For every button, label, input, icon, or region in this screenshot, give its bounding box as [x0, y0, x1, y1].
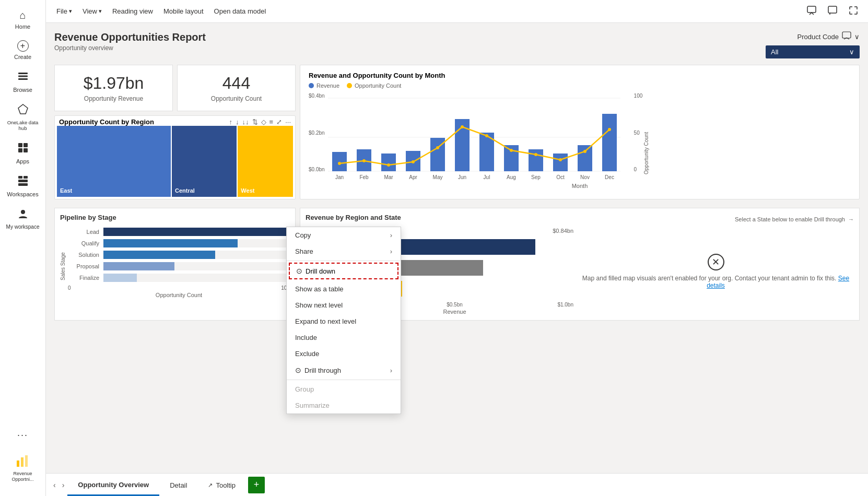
sidebar-item-workspaces[interactable]: Workspaces	[0, 170, 45, 203]
tab-add-btn[interactable]: +	[248, 477, 265, 493]
drill-down-icon[interactable]: ↓	[236, 118, 239, 126]
filter-comment-icon[interactable]	[842, 31, 851, 42]
eraser-icon[interactable]: ◇	[261, 118, 266, 126]
filter2-icon[interactable]: ≡	[269, 118, 274, 126]
chat-icon-btn[interactable]	[803, 3, 820, 20]
summarize-label: Summarize	[295, 401, 330, 409]
drill-hint-text: Select a State below to enable Drill thr…	[735, 216, 845, 222]
tab-next-btn[interactable]: ›	[59, 474, 68, 496]
menu-item-drill-through[interactable]: ⊙ Drill through ›	[287, 362, 401, 379]
svg-rect-2	[18, 78, 28, 80]
drill-through-content: ⊙ Drill through	[295, 366, 341, 374]
menu-item-summarize: Summarize	[287, 397, 401, 414]
home-icon: ⌂	[19, 9, 26, 21]
svg-rect-0	[18, 73, 28, 74]
onelake-icon	[17, 103, 29, 117]
filter-dropdown[interactable]: All ∨	[766, 45, 860, 58]
menu-item-include[interactable]: Include	[287, 329, 401, 346]
lead-bar[interactable]	[103, 228, 290, 236]
qualify-bar[interactable]	[103, 239, 238, 247]
pipeline-y-label: Sales Stage	[60, 225, 66, 298]
tab-prev-btn[interactable]: ‹	[50, 474, 59, 496]
menu-item-expand-next[interactable]: Expand to next level	[287, 313, 401, 329]
tab-tooltip[interactable]: ↗ Tooltip	[197, 474, 246, 496]
expand-levels-icon[interactable]: ⇅	[252, 118, 258, 126]
menu-item-show-next[interactable]: Show next level	[287, 297, 401, 313]
file-chevron: ▾	[69, 8, 72, 15]
workspaces-icon	[17, 175, 29, 189]
svg-text:Oct: Oct	[556, 174, 565, 180]
drill-up-icon[interactable]: ↑	[229, 118, 233, 126]
treemap-expand-icon[interactable]: ⤢	[276, 118, 282, 126]
legend-revenue-label: Revenue	[316, 82, 339, 89]
drill-through-icon: ⊙	[295, 366, 301, 374]
tab-detail[interactable]: Detail	[159, 474, 197, 496]
sidebar-item-create[interactable]: + Create	[0, 35, 45, 65]
expand-icon-btn[interactable]	[845, 3, 862, 20]
menu-item-share[interactable]: Share ›	[287, 243, 401, 259]
region-drill-hint: Select a State below to enable Drill thr…	[735, 216, 854, 222]
treemap-east[interactable]: East	[57, 126, 171, 197]
sidebar-item-apps[interactable]: Apps	[0, 137, 45, 170]
open-data-model-btn[interactable]: Open data model	[210, 5, 271, 17]
reading-view-btn[interactable]: Reading view	[108, 5, 157, 17]
file-menu[interactable]: File ▾	[52, 5, 76, 17]
drill-down2-icon[interactable]: ↓↓	[242, 118, 249, 126]
tooltip-icon: ↗	[208, 482, 213, 489]
sidebar-item-browse[interactable]: Browse	[0, 65, 45, 98]
comment-icon-btn[interactable]	[824, 3, 841, 20]
solution-bar-wrap	[103, 251, 290, 259]
svg-point-34	[338, 162, 341, 165]
legend-count-label: Opportunity Count	[355, 82, 401, 89]
filter-panel: Product Code ∨ All ∨	[766, 31, 860, 58]
menu-separator-2	[287, 380, 401, 380]
treemap-more-icon[interactable]: ···	[285, 118, 291, 126]
svg-rect-16	[807, 6, 816, 13]
drill-arrow-icon[interactable]: →	[848, 216, 854, 222]
revenue-chart-title: Revenue and Opportunity Count by Month	[309, 72, 851, 79]
report-title: Revenue Opportunities Report	[54, 31, 206, 43]
sidebar-item-myworkspace[interactable]: My workspace	[0, 203, 45, 235]
finalize-bar[interactable]	[103, 274, 137, 282]
svg-rect-14	[21, 457, 24, 467]
menu-item-show-table[interactable]: Show as a table	[287, 281, 401, 297]
solution-bar[interactable]	[103, 251, 215, 259]
mobile-layout-btn[interactable]: Mobile layout	[159, 5, 208, 17]
sidebar-label-apps: Apps	[16, 158, 29, 164]
svg-point-35	[362, 159, 366, 162]
svg-rect-22	[332, 152, 347, 171]
svg-rect-7	[24, 148, 28, 152]
proposal-bar[interactable]	[103, 262, 174, 270]
y-right-tick-2: 50	[634, 130, 643, 136]
treemap-west[interactable]: West	[238, 126, 293, 197]
menu-item-drill-down[interactable]: ⊙ Drill down	[289, 263, 398, 279]
sidebar-item-more[interactable]: ···	[0, 424, 45, 446]
kpi-count-card: 444 Opportunity Count	[177, 65, 296, 111]
y-right-tick-3: 0	[634, 167, 643, 172]
sidebar-item-home[interactable]: ⌂ Home	[0, 4, 45, 35]
view-menu[interactable]: View ▾	[78, 5, 106, 17]
exclude-label: Exclude	[295, 350, 319, 358]
tab-opportunity-overview[interactable]: Opportunity Overview	[67, 474, 159, 496]
svg-text:Jun: Jun	[458, 174, 466, 180]
share-label: Share	[295, 247, 313, 255]
svg-point-41	[510, 149, 513, 152]
region-total-value: $0.84bn	[553, 228, 573, 234]
region-title: Revenue by Region and State	[306, 214, 401, 221]
sidebar-label-onelake: OneLake data hub	[3, 120, 42, 132]
lead-label: Lead	[68, 229, 99, 235]
svg-rect-6	[18, 148, 22, 152]
treemap-body: East Central West	[55, 126, 295, 199]
kpi-revenue-card: $1.97bn Opportunity Revenue	[54, 65, 173, 111]
show-table-label: Show as a table	[295, 285, 344, 293]
menu-separator-1	[287, 261, 401, 261]
svg-rect-24	[381, 153, 396, 171]
treemap-central[interactable]: Central	[172, 126, 237, 197]
finalize-bar-wrap	[103, 274, 290, 282]
menu-item-copy[interactable]: Copy ›	[287, 227, 401, 243]
sidebar-item-revenue[interactable]: Revenue Opportni...	[0, 448, 45, 488]
main-area: File ▾ View ▾ Reading view Mobile layout…	[46, 0, 868, 496]
sidebar-item-onelake[interactable]: OneLake data hub	[0, 98, 45, 137]
menu-item-exclude[interactable]: Exclude	[287, 346, 401, 362]
region-x-05: $0.5bn	[447, 302, 463, 308]
